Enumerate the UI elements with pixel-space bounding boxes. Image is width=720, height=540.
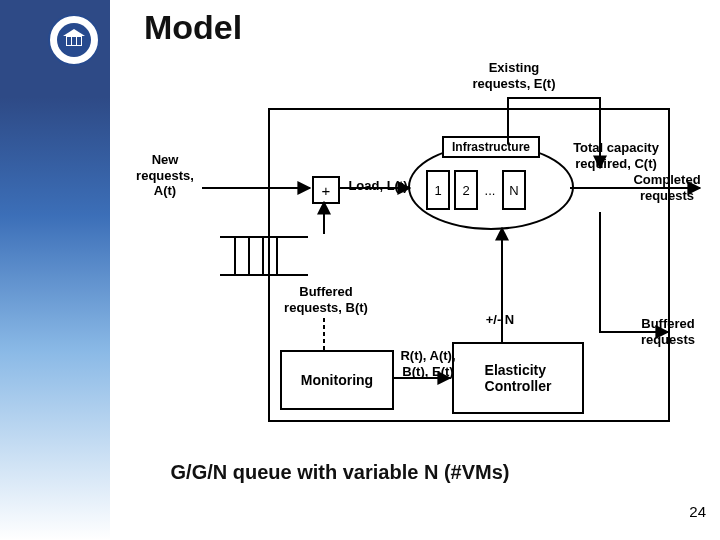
svg-rect-5 — [77, 37, 81, 45]
sidebar-decoration — [0, 0, 110, 540]
diagram-arrows — [120, 60, 700, 440]
model-diagram: Infrastructure 1 2 ... N + Monitoring El… — [120, 60, 700, 440]
svg-rect-4 — [72, 37, 76, 45]
svg-rect-3 — [67, 37, 71, 45]
slide-caption: G/G/N queue with variable N (#VMs) — [130, 460, 550, 485]
slide-title: Model — [144, 8, 242, 47]
slide: Model G/G/N queue with variable N (#VMs)… — [0, 0, 720, 540]
university-logo — [48, 14, 100, 66]
page-number: 24 — [689, 503, 706, 520]
